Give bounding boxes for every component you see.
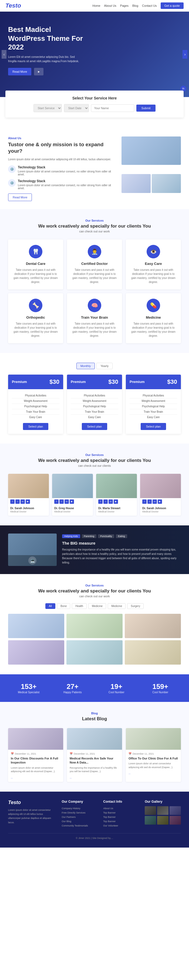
blog-2-desc: Recognizing the importance of a healthy … <box>70 766 119 773</box>
doctor-2-name: Dr. Greg House <box>54 507 91 510</box>
services-tag: Our Services <box>8 219 181 222</box>
date-select[interactable]: Start Date <box>64 104 89 112</box>
pricing-tabs: Monthly Yearly <box>8 363 181 369</box>
nav-contact[interactable]: Contact Us <box>142 4 157 7</box>
doctor-4-yt-icon[interactable]: ▶ <box>158 500 162 504</box>
plan-name-3: Premium <box>130 380 145 384</box>
footer-gallery-grid <box>145 806 181 825</box>
doctor-2-image <box>52 474 93 498</box>
stat-3: 19+ Cool Number <box>96 682 137 694</box>
blog-1-readmore[interactable]: ... <box>11 776 13 779</box>
doctor-3-in-icon[interactable]: in <box>108 500 113 504</box>
filter-medicine2[interactable]: Medicine <box>108 603 125 609</box>
doctor-1-tw-icon[interactable]: t <box>15 500 20 504</box>
hero-readmore-button[interactable]: Read More <box>8 68 31 75</box>
footer-contact-1: About Us <box>103 806 139 811</box>
about-feature-1: ⚙️ Technology Stack Lorem ipsum dolor si… <box>8 165 116 176</box>
pricing-header-1: Premium $30 <box>8 375 63 389</box>
navbar: Testo Home About Us Pages Blog Contact U… <box>0 0 189 12</box>
gallery-image-3 <box>125 614 181 638</box>
blog-promo-content: Helping Kids Parenting Punctuality Eatin… <box>62 535 181 565</box>
gallery-grid-row2 <box>8 640 181 665</box>
doctor-3-fb-icon[interactable]: f <box>98 500 103 504</box>
stat-4: 159+ Cool Number <box>140 682 181 694</box>
about-readmore-button[interactable]: Read More <box>8 194 32 201</box>
doctor-card-3: f t in ▶ Dr. Marta Stewart Medical Docto… <box>96 474 137 515</box>
blog-1-title: In Our Clinic Discounts For A Full Inspe… <box>11 756 60 765</box>
blog-3-readmore[interactable]: ... <box>129 772 131 775</box>
select-plan-3-button[interactable]: Select plan <box>141 423 166 430</box>
nav-blog[interactable]: Blog <box>132 4 138 7</box>
ortho-icon: 🦴 <box>29 299 42 312</box>
feature-2-1: Physical Activities <box>71 393 118 398</box>
pricing-cards: Premium $30 Physical Activities Weight A… <box>8 375 181 434</box>
service-submit-button[interactable]: Submit <box>137 105 155 111</box>
nav-about[interactable]: About Us <box>104 4 116 7</box>
hero-arrow-left[interactable]: ‹ <box>2 50 6 59</box>
doctor-1-yt-icon[interactable]: ▶ <box>25 500 30 504</box>
footer-gallery-img-5 <box>157 816 168 825</box>
pricing-header-2: Premium $30 <box>67 375 122 389</box>
filter-medicine[interactable]: Medicine <box>88 603 106 609</box>
doctor-4-tw-icon[interactable]: t <box>148 500 152 504</box>
service-card-dental: 🦷 Dental Care Take courses and pass it o… <box>8 239 63 290</box>
blog-grid: 📅 December 11, 2021 In Our Clinic Discou… <box>8 728 181 782</box>
gallery-title: We work creatively and specially for our… <box>8 589 181 594</box>
blog-1-image <box>8 728 63 750</box>
tab-yearly[interactable]: Yearly <box>96 363 113 369</box>
nav-home[interactable]: Home <box>92 4 100 7</box>
blog-1-date: December 11, 2021 <box>15 752 36 755</box>
navbar-cta-button[interactable]: Get a quote <box>160 2 184 9</box>
navbar-logo[interactable]: Testo <box>5 2 21 9</box>
doctor-4-fb-icon[interactable]: f <box>142 500 147 504</box>
footer-contact-4: Top Banner <box>103 819 139 824</box>
doctor-2-tw-icon[interactable]: t <box>59 500 64 504</box>
plan-name-2: Premium <box>71 380 86 384</box>
service-medicine-title: Medicine <box>130 315 177 320</box>
select-plan-2-button[interactable]: Select plan <box>82 423 107 430</box>
doctor-2-yt-icon[interactable]: ▶ <box>70 500 74 504</box>
footer-logo[interactable]: Testo <box>8 800 56 805</box>
footer-link-2[interactable]: Free Directly Services <box>62 811 98 815</box>
doctor-4-name: Dr. Sarah Johnson <box>142 507 179 510</box>
select-plan-1-button[interactable]: Select plan <box>23 423 48 430</box>
doctor-2-fb-icon[interactable]: f <box>54 500 59 504</box>
feature-3-5: Easy Care <box>130 415 177 420</box>
blog-promo-desc: Recognizing the importance of a healthy … <box>62 547 181 565</box>
doctor-2-in-icon[interactable]: in <box>65 500 69 504</box>
footer-link-4[interactable]: Our Blog <box>62 819 98 824</box>
about-image-3 <box>152 174 181 193</box>
footer-link-1[interactable]: Company History <box>62 806 98 811</box>
service-select[interactable]: Start Service <box>33 104 62 112</box>
doctor-1-fb-icon[interactable]: f <box>10 500 14 504</box>
doctor-1-social: f t in ▶ <box>8 498 49 505</box>
plan-price-2: $30 <box>108 379 118 385</box>
footer-link-5[interactable]: Community Testimonials <box>62 824 98 828</box>
doctor-3-yt-icon[interactable]: ▶ <box>114 500 118 504</box>
doctor-4-info: Dr. Sarah Johnson Medical Doctor <box>140 505 181 515</box>
doctor-card-1: f t in ▶ Dr. Sarah Johnson Medical Docto… <box>8 474 49 515</box>
gallery-grid-row1 <box>8 614 181 638</box>
nav-pages[interactable]: Pages <box>120 4 129 7</box>
doctor-4-in-icon[interactable]: in <box>152 500 157 504</box>
doctor-3-tw-icon[interactable]: t <box>103 500 108 504</box>
name-input[interactable] <box>91 104 134 112</box>
doctor-card-2: f t in ▶ Dr. Greg House Medical Doctor <box>52 474 93 515</box>
footer-gallery-img-1 <box>145 806 156 815</box>
filter-health[interactable]: Health <box>72 603 87 609</box>
tab-monthly[interactable]: Monthly <box>76 363 95 369</box>
blog-2-readmore[interactable]: ... <box>70 776 72 779</box>
filter-bone[interactable]: Bone <box>57 603 70 609</box>
medicine-icon: 💊 <box>147 299 160 312</box>
hero-arrow-right[interactable]: › <box>183 50 187 59</box>
doctor-1-in-icon[interactable]: in <box>21 500 25 504</box>
filter-all[interactable]: All <box>45 603 56 609</box>
service-card-brain: 🧠 Train Your Brain Take courses and pass… <box>67 293 122 343</box>
gallery-filters: All Bone Health Medicine Medicine Surger… <box>8 603 181 609</box>
pricing-card-1: Premium $30 Physical Activities Weight A… <box>8 375 63 434</box>
service-dental-desc: Take courses and pass it out with dedica… <box>12 268 59 284</box>
hero-play-button[interactable]: ► <box>34 68 43 75</box>
footer-link-3[interactable]: Our Partners <box>62 815 98 819</box>
blog-promo-title: The BIG measure <box>62 541 181 546</box>
filter-surgery[interactable]: Surgery <box>127 603 144 609</box>
